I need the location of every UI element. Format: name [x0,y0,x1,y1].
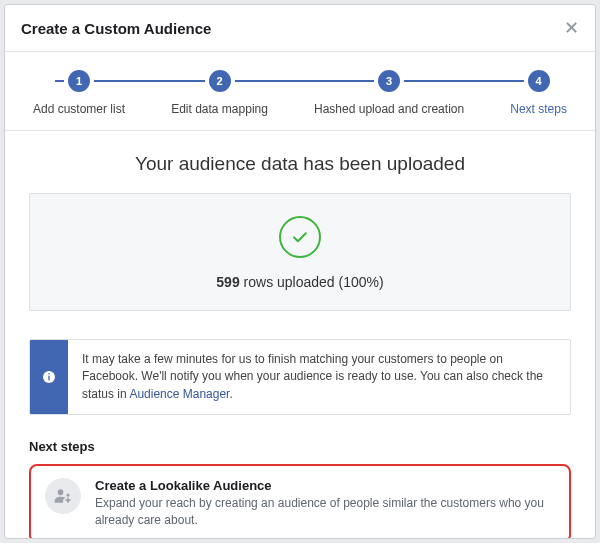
stepper: 1 Add customer list 2 Edit data mapping … [5,52,595,131]
info-text-part2: . [229,387,232,401]
info-icon [41,369,57,385]
info-banner: It may take a few minutes for us to fini… [29,339,571,415]
card-description: Expand your reach by creating an audienc… [95,495,555,529]
rows-uploaded-suffix: rows uploaded (100%) [240,274,384,290]
modal-body: Your audience data has been uploaded 599… [5,131,595,538]
stepper-line [55,80,545,82]
svg-rect-2 [48,373,49,374]
audience-manager-link[interactable]: Audience Manager [129,387,229,401]
upload-status-panel: 599 rows uploaded (100%) [29,193,571,311]
close-button[interactable]: ✕ [564,19,579,37]
card-create-lookalike-audience[interactable]: Create a Lookalike Audience Expand your … [29,464,571,538]
info-icon-column [30,340,68,414]
custom-audience-modal: Create a Custom Audience ✕ 1 Add custome… [4,4,596,539]
step-label: Next steps [510,102,567,116]
close-icon: ✕ [564,18,579,38]
step-next-steps[interactable]: 4 Next steps [510,70,567,116]
step-hashed-upload[interactable]: 3 Hashed upload and creation [314,70,464,116]
card-body: Create a Lookalike Audience Expand your … [95,478,555,529]
step-add-customer-list[interactable]: 1 Add customer list [33,70,125,116]
step-number: 1 [68,70,90,92]
step-label: Add customer list [33,102,125,116]
info-text: It may take a few minutes for us to fini… [68,340,570,414]
upload-heading: Your audience data has been uploaded [29,153,571,175]
modal-title: Create a Custom Audience [21,20,211,37]
people-plus-icon [45,478,81,514]
step-number: 2 [209,70,231,92]
check-icon [290,227,310,247]
step-label: Hashed upload and creation [314,102,464,116]
step-edit-data-mapping[interactable]: 2 Edit data mapping [171,70,268,116]
modal-header: Create a Custom Audience ✕ [5,5,595,52]
step-label: Edit data mapping [171,102,268,116]
success-check-icon [279,216,321,258]
rows-uploaded-count: 599 [216,274,239,290]
card-title: Create a Lookalike Audience [95,478,555,493]
upload-count-text: 599 rows uploaded (100%) [40,274,560,290]
step-number: 4 [528,70,550,92]
svg-rect-1 [48,376,49,381]
next-steps-heading: Next steps [29,439,571,454]
step-number: 3 [378,70,400,92]
